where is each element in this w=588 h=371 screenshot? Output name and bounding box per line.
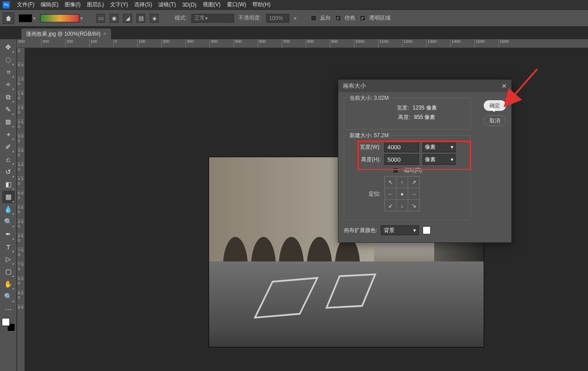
crop-tool[interactable]: ⧉ bbox=[2, 91, 15, 103]
healing-brush-tool[interactable]: ⌖ bbox=[2, 128, 15, 141]
menu-type[interactable]: 文字(Y) bbox=[107, 0, 131, 9]
anchor-center[interactable]: ● bbox=[396, 188, 408, 200]
anchor-n[interactable]: ↑ bbox=[396, 176, 408, 188]
canvas-size-dialog: 画布大小 ✕ 确定 取消 当前大小: 3.02M 宽度:1235 像素 高度:8… bbox=[338, 79, 512, 243]
gradient-linear-button[interactable]: ▭ bbox=[96, 14, 105, 23]
chevron-down-icon[interactable]: ▾ bbox=[33, 15, 36, 21]
hand-tool[interactable]: ✋ bbox=[2, 278, 15, 290]
dodge-tool[interactable]: 🔍 bbox=[2, 216, 15, 228]
height-unit-select[interactable]: 像素▾ bbox=[423, 154, 456, 165]
dialog-titlebar[interactable]: 画布大小 ✕ bbox=[338, 80, 511, 92]
anchor-e[interactable]: → bbox=[408, 188, 419, 200]
frame-tool[interactable]: ⊠ bbox=[2, 116, 15, 128]
menu-image[interactable]: 图像(I) bbox=[62, 0, 83, 9]
gradient-angle-button[interactable]: ◢ bbox=[123, 14, 132, 23]
menu-edit[interactable]: 编辑(E) bbox=[38, 0, 61, 9]
options-bar: ▾ ▾ ▭ ◉ ◢ ▤ ◈ 模式: 正常▾ 不透明度: 100% ▾ 反向 仿色… bbox=[0, 10, 588, 27]
chevron-down-icon[interactable]: ▾ bbox=[294, 15, 296, 21]
new-size-label: 新建大小: bbox=[350, 132, 372, 139]
anchor-se[interactable]: ↘ bbox=[408, 200, 419, 211]
cur-height-value: 855 像素 bbox=[414, 114, 435, 121]
anchor-s[interactable]: ↓ bbox=[396, 200, 408, 211]
magic-wand-tool[interactable]: ✧ bbox=[2, 78, 15, 91]
app-logo-icon: Ps bbox=[3, 1, 10, 8]
gradient-radial-button[interactable]: ◉ bbox=[110, 14, 119, 23]
anchor-sw[interactable]: ↙ bbox=[385, 200, 396, 211]
menu-3d[interactable]: 3D(D) bbox=[180, 1, 199, 9]
document-tab-bar: 漫画效果.jpg @ 100%(RGB/8#) × bbox=[0, 27, 588, 39]
menu-layer[interactable]: 图层(L) bbox=[84, 0, 107, 9]
shape-tool[interactable]: ▢ bbox=[2, 265, 15, 278]
transparency-checkbox[interactable] bbox=[360, 15, 366, 21]
color-swatches[interactable] bbox=[2, 318, 15, 331]
lasso-tool[interactable]: ⌗ bbox=[2, 66, 15, 78]
extension-color-select[interactable]: 背景▾ bbox=[381, 225, 419, 235]
close-icon[interactable]: × bbox=[103, 31, 107, 37]
cur-height-label: 高度: bbox=[379, 114, 411, 121]
height-label: 高度(H): bbox=[350, 156, 381, 163]
relative-checkbox[interactable] bbox=[393, 167, 399, 173]
clone-stamp-tool[interactable]: ⎌ bbox=[2, 153, 15, 166]
menu-select[interactable]: 选择(S) bbox=[132, 0, 155, 9]
blur-tool[interactable]: 💧 bbox=[2, 203, 15, 216]
move-tool[interactable]: ✥ bbox=[2, 41, 15, 53]
gradient-reflected-button[interactable]: ▤ bbox=[136, 14, 145, 23]
menu-file[interactable]: 文件(F) bbox=[14, 0, 37, 9]
opacity-input[interactable]: 100% bbox=[266, 14, 289, 23]
cancel-button[interactable]: 取消 bbox=[484, 115, 506, 126]
height-input[interactable] bbox=[384, 154, 419, 165]
anchor-w[interactable]: ← bbox=[385, 188, 396, 200]
document-tab-title: 漫画效果.jpg @ 100%(RGB/8#) bbox=[26, 30, 101, 38]
zoom-tool[interactable]: 🔍 bbox=[2, 290, 15, 303]
marquee-tool[interactable]: ◌ bbox=[2, 53, 15, 66]
menu-filter[interactable]: 滤镜(T) bbox=[156, 0, 178, 9]
reverse-label: 反向 bbox=[320, 14, 331, 22]
extension-color-swatch[interactable] bbox=[423, 226, 431, 234]
anchor-grid[interactable]: ↖↑↗ ←●→ ↙↓↘ bbox=[384, 176, 420, 212]
anchor-ne[interactable]: ↗ bbox=[408, 176, 419, 188]
vertical-ruler: 05 01 0 01 5 02 0 02 5 03 0 03 5 04 0 04… bbox=[17, 48, 25, 371]
menu-bar: Ps 文件(F) 编辑(E) 图像(I) 图层(L) 文字(Y) 选择(S) 滤… bbox=[0, 0, 588, 10]
document-tab[interactable]: 漫画效果.jpg @ 100%(RGB/8#) × bbox=[21, 29, 111, 39]
brush-tool[interactable]: ✐ bbox=[2, 141, 15, 153]
home-icon bbox=[5, 15, 12, 22]
extension-color-label: 画布扩展颜色: bbox=[344, 227, 377, 234]
menu-window[interactable]: 窗口(W) bbox=[224, 0, 249, 9]
relative-label: 相对(R) bbox=[404, 167, 422, 174]
opacity-label: 不透明度: bbox=[238, 14, 261, 22]
gradient-swatch[interactable] bbox=[19, 14, 32, 22]
eyedropper-tool[interactable]: ✎ bbox=[2, 103, 15, 116]
transparency-label: 透明区域 bbox=[369, 14, 391, 22]
type-tool[interactable]: T bbox=[2, 241, 15, 253]
pen-tool[interactable]: ✒ bbox=[2, 228, 15, 241]
mode-label: 模式: bbox=[175, 14, 187, 22]
gradient-tool[interactable]: ▦ bbox=[2, 191, 15, 203]
tool-box: ✥ ◌ ⌗ ✧ ⧉ ✎ ⊠ ⌖ ✐ ⎌ ↺ ◧ ▦ 💧 🔍 ✒ T ▷ ▢ ✋ … bbox=[0, 39, 17, 371]
reverse-checkbox[interactable] bbox=[311, 15, 317, 21]
current-size-value: 3.02M bbox=[374, 95, 389, 101]
home-button[interactable] bbox=[3, 12, 14, 24]
menu-help[interactable]: 帮助(H) bbox=[250, 0, 273, 9]
gradient-preview[interactable] bbox=[40, 14, 79, 22]
width-input[interactable] bbox=[384, 142, 419, 152]
cur-width-label: 宽度: bbox=[378, 104, 409, 112]
new-size-value: 57.2M bbox=[374, 132, 389, 139]
dialog-title: 画布大小 bbox=[343, 82, 366, 90]
width-label: 宽度(W): bbox=[350, 143, 381, 151]
dither-checkbox[interactable] bbox=[335, 15, 341, 21]
edit-toolbar[interactable]: ⋯ bbox=[2, 303, 15, 315]
chevron-down-icon[interactable]: ▾ bbox=[80, 15, 83, 21]
gradient-diamond-button[interactable]: ◈ bbox=[150, 14, 159, 23]
menu-view[interactable]: 视图(V) bbox=[200, 0, 223, 9]
width-unit-select[interactable]: 像素▾ bbox=[423, 142, 456, 152]
current-size-label: 当前大小: bbox=[350, 95, 372, 101]
dither-label: 仿色 bbox=[345, 14, 355, 22]
horizontal-ruler: 8003002001000100200300400500600700800900… bbox=[17, 39, 588, 48]
close-icon[interactable]: ✕ bbox=[502, 82, 507, 90]
eraser-tool[interactable]: ◧ bbox=[2, 178, 15, 191]
ok-button[interactable]: 确定 bbox=[484, 100, 506, 111]
anchor-nw[interactable]: ↖ bbox=[385, 176, 396, 188]
path-select-tool[interactable]: ▷ bbox=[2, 253, 15, 265]
blend-mode-select[interactable]: 正常▾ bbox=[191, 14, 234, 23]
history-brush-tool[interactable]: ↺ bbox=[2, 166, 15, 178]
